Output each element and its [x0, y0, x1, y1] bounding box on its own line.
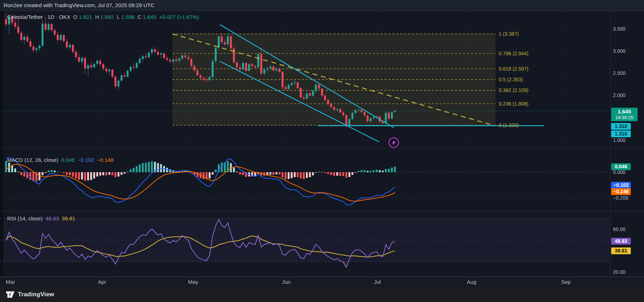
rsi-ma-value: 39.81: [62, 215, 75, 221]
rsi-value: 48.83: [45, 215, 59, 221]
fib-level-label: 0.786 (2.944): [499, 51, 528, 56]
fib-level-label: 1 (3.387): [499, 31, 519, 37]
fib-level-label: 0.5 (2.353): [499, 77, 523, 82]
tradingview-logo[interactable]: TradingView: [6, 290, 54, 299]
ohlc-high-value: 1.682: [100, 14, 114, 20]
fib-level-label: 0.382 (2.109): [499, 87, 528, 93]
ohlc-low-key: L: [117, 14, 120, 20]
fib-level-label: 0.618 (2.597): [499, 66, 528, 72]
axis-value-badge: −0.102: [611, 182, 631, 189]
tradingview-chart-window: Ron2ee created with TradingView.com, Jul…: [0, 0, 644, 302]
axis-value-badge: −0.148: [611, 188, 631, 195]
ohlc-open-value: 1.621: [79, 14, 92, 20]
bottom-bar: TradingView: [0, 287, 644, 302]
time-axis-month-label[interactable]: Apr: [98, 279, 106, 285]
tradingview-logo-text: TradingView: [18, 291, 54, 298]
fib-level-label: 0 (1.320): [499, 122, 519, 128]
symbol-legend[interactable]: Celestia/Tether·1D·OKX O1.621 H1.682 L1.…: [7, 14, 200, 20]
tradingview-logo-icon: [6, 290, 15, 299]
price-axis-label[interactable]: 3.500: [613, 26, 625, 32]
snapshot-title-bar: Ron2ee created with TradingView.com, Jul…: [0, 0, 644, 11]
macd-axis-label[interactable]: −0.200: [613, 195, 628, 201]
macd-signal-value: −0.148: [97, 157, 114, 163]
time-axis-month-label[interactable]: Jul: [374, 279, 381, 285]
snapshot-title: Ron2ee created with TradingView.com, Jul…: [4, 0, 154, 11]
symbol-name: Celestia/Tether: [7, 14, 43, 20]
axis-value-badge: 48.83: [611, 238, 631, 245]
ohlc-high-key: H: [95, 14, 99, 20]
price-axis-label[interactable]: 3.000: [613, 48, 625, 54]
ohlc-change: +0.027 (+1.67%): [159, 14, 199, 20]
axis-value-badge: 39.81: [611, 247, 631, 254]
macd-legend[interactable]: MACD (12, 26, close) 0.046 −0.102 −0.148: [7, 157, 115, 163]
rsi-legend-title: RSI (14, close): [7, 215, 42, 221]
rsi-axis-label[interactable]: 20.00: [613, 269, 625, 275]
rsi-axis-label[interactable]: 60.00: [613, 226, 625, 232]
time-axis-month-label[interactable]: Sep: [561, 279, 571, 285]
price-axis-label[interactable]: 2.000: [613, 92, 625, 98]
last-price-badge: 1.64514:30:25: [611, 108, 638, 121]
symbol-exchange: OKX: [59, 14, 70, 20]
symbol-interval: 1D: [47, 14, 54, 20]
macd-line-value: −0.102: [77, 157, 94, 163]
time-axis-month-label[interactable]: Mar: [6, 279, 15, 285]
time-axis-month-label[interactable]: Jun: [282, 279, 291, 285]
ohlc-open-key: O: [73, 14, 77, 20]
macd-hist-value: 0.046: [61, 157, 75, 163]
ohlc-low-value: 1.596: [121, 14, 135, 20]
ohlc-close-key: C: [137, 14, 141, 20]
axis-value-badge: 1.310: [611, 123, 631, 130]
axis-value-badge: 1.310: [611, 130, 631, 137]
macd-legend-title: MACD (12, 26, close): [7, 157, 58, 163]
rsi-legend[interactable]: RSI (14, close) 48.83 39.81: [7, 215, 77, 221]
time-axis-month-label[interactable]: May: [188, 279, 198, 285]
price-axis-label[interactable]: 1.000: [613, 137, 625, 143]
fib-level-label: 0.236 (1.808): [499, 101, 528, 107]
ohlc-close-value: 1.645: [143, 14, 156, 20]
axis-value-badge: 0.046: [611, 163, 631, 170]
price-axis-label[interactable]: 2.500: [613, 70, 625, 76]
last-price-time: 14:30:25: [611, 114, 638, 121]
macd-axis-label[interactable]: 0.000: [613, 169, 625, 175]
time-axis-month-label[interactable]: Aug: [467, 279, 477, 285]
